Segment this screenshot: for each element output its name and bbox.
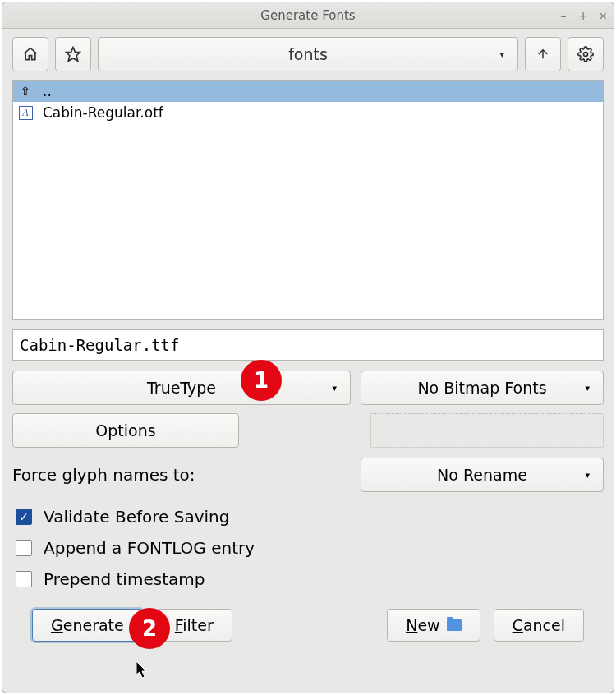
chevron-down-icon: ▾ <box>585 383 590 394</box>
timestamp-checkbox-row: Prepend timestamp <box>16 569 600 589</box>
file-row-parent[interactable]: ⇧ .. <box>13 81 603 102</box>
minimize-icon[interactable]: – <box>558 9 569 22</box>
empty-panel <box>370 413 604 448</box>
chevron-down-icon: ▾ <box>585 470 590 481</box>
star-icon <box>65 46 81 62</box>
folder-icon <box>447 619 462 631</box>
filter-label: Filter <box>175 616 214 634</box>
gear-icon <box>577 46 594 62</box>
annotation-badge-1: 1 <box>241 360 282 401</box>
up-directory-button[interactable] <box>525 37 561 71</box>
svg-point-1 <box>584 53 588 57</box>
home-button[interactable] <box>12 37 48 71</box>
file-name: .. <box>43 83 52 99</box>
generate-button[interactable]: Generate <box>32 609 143 642</box>
rename-dropdown[interactable]: No Rename ▾ <box>361 458 604 492</box>
timestamp-label: Prepend timestamp <box>44 569 205 589</box>
file-list[interactable]: ⇧ .. A Cabin-Regular.otf <box>12 80 604 320</box>
cancel-button[interactable]: Cancel <box>494 609 584 642</box>
annotation-badge-2: 2 <box>129 608 170 649</box>
bitmap-fonts-selected: No Bitmap Fonts <box>417 379 546 397</box>
rename-selected: No Rename <box>437 466 527 484</box>
bookmark-button[interactable] <box>55 37 91 71</box>
timestamp-checkbox[interactable] <box>16 571 32 587</box>
chevron-down-icon: ▾ <box>499 49 504 60</box>
bitmap-fonts-dropdown[interactable]: No Bitmap Fonts ▾ <box>361 371 604 405</box>
path-dropdown[interactable]: fonts ▾ <box>98 37 518 71</box>
up-arrow-icon: ⇧ <box>16 84 34 99</box>
file-name: Cabin-Regular.otf <box>43 104 163 121</box>
options-label: Options <box>95 421 155 440</box>
font-format-dropdown[interactable]: TrueType ▾ <box>12 371 351 405</box>
validate-checkbox[interactable] <box>16 509 32 525</box>
home-icon <box>22 46 39 62</box>
fontlog-checkbox[interactable] <box>16 540 32 556</box>
validate-label: Validate Before Saving <box>44 507 229 527</box>
filename-input[interactable] <box>12 329 604 361</box>
font-format-selected: TrueType <box>147 379 216 397</box>
new-button[interactable]: New <box>387 609 480 642</box>
window-controls: – + × <box>558 9 609 22</box>
titlebar[interactable]: Generate Fonts – + × <box>2 2 614 29</box>
chevron-down-icon: ▾ <box>332 383 337 394</box>
maximize-icon[interactable]: + <box>577 9 589 22</box>
generate-fonts-dialog: Generate Fonts – + × fonts ▾ <box>2 2 614 693</box>
font-file-icon: A <box>16 106 34 120</box>
svg-marker-0 <box>67 48 80 62</box>
path-toolbar: fonts ▾ <box>2 29 614 80</box>
up-arrow-icon <box>536 47 550 62</box>
file-row[interactable]: A Cabin-Regular.otf <box>13 102 603 123</box>
close-icon[interactable]: × <box>597 9 609 22</box>
generate-label: Generate <box>51 616 124 634</box>
validate-checkbox-row: Validate Before Saving <box>16 507 600 527</box>
force-glyph-names-label: Force glyph names to: <box>12 465 351 485</box>
settings-button[interactable] <box>568 37 604 71</box>
fontlog-label: Append a FONTLOG entry <box>44 538 255 558</box>
path-label: fonts <box>288 45 328 63</box>
fontlog-checkbox-row: Append a FONTLOG entry <box>16 538 600 558</box>
window-title: Generate Fonts <box>2 8 614 23</box>
dialog-actions: Generate Filter New Cancel <box>2 604 614 655</box>
new-label: New <box>406 616 439 634</box>
options-button[interactable]: Options <box>12 413 239 448</box>
cancel-label: Cancel <box>513 616 565 634</box>
